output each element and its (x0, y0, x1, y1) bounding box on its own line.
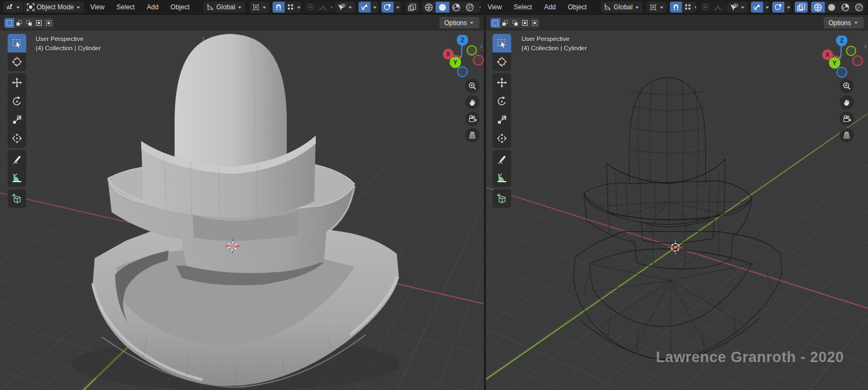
select-mode-subtract[interactable] (510, 18, 520, 28)
viewport-solid[interactable]: Object Mode View Select Add Object Globa… (0, 0, 486, 390)
navigation-gizmo[interactable]: Z X Y (819, 36, 866, 79)
tool-measure[interactable] (8, 168, 26, 187)
tool-scale[interactable] (493, 110, 511, 129)
viewport-header: Object Mode View Select Add Object Globa… (0, 0, 484, 15)
shading-material-button[interactable] (838, 2, 852, 13)
viewport-canvas-wireframe[interactable]: User Perspective (4) Collection | Cylind… (486, 31, 868, 390)
select-mode-intersect[interactable] (530, 18, 540, 28)
gizmo-dropdown[interactable] (763, 2, 769, 13)
editor-type-button[interactable] (3, 2, 23, 13)
chevron-down-icon (329, 5, 334, 9)
axis-neg-z-ball[interactable] (837, 67, 847, 77)
tool-rotate[interactable] (8, 92, 26, 110)
model-wireframe-fountain[interactable] (486, 31, 868, 390)
navigation-gizmo[interactable]: Z X Y (439, 35, 484, 79)
tool-select-box[interactable] (8, 34, 26, 53)
select-mode-extend[interactable] (500, 18, 510, 28)
sidebar-toggle[interactable]: ‹ (863, 42, 868, 51)
perspective-toggle-button[interactable] (840, 128, 854, 142)
snap-toggle-button[interactable] (670, 2, 682, 13)
mode-dropdown[interactable]: Object Mode (24, 2, 84, 13)
xray-toggle-button[interactable] (795, 2, 808, 13)
camera-view-button[interactable] (840, 112, 854, 126)
select-mode-invert[interactable] (34, 18, 44, 28)
gizmo-dropdown[interactable] (371, 2, 378, 13)
proportional-editing-button[interactable] (699, 2, 711, 13)
pan-button[interactable] (840, 95, 854, 109)
menu-object[interactable]: Object (165, 0, 195, 14)
show-overlays-button[interactable] (381, 2, 394, 13)
shading-material-button[interactable] (449, 2, 463, 13)
viewport-canvas-solid[interactable]: User Perspective (4) Collection | Cylind… (0, 31, 484, 390)
proportional-falloff-dropdown[interactable] (316, 2, 334, 13)
menu-add[interactable]: Add (141, 0, 164, 14)
select-mode-intersect[interactable] (44, 18, 54, 28)
tool-move[interactable] (8, 73, 26, 92)
options-dropdown[interactable]: Options (824, 17, 864, 28)
menu-select[interactable]: Select (508, 0, 537, 14)
show-gizmo-button[interactable] (358, 2, 371, 13)
axis-neg-y-ball[interactable] (847, 46, 856, 56)
menu-object[interactable]: Object (563, 0, 593, 14)
shading-dropdown[interactable] (477, 2, 481, 13)
shading-wireframe-button[interactable] (422, 2, 436, 13)
axis-neg-x-ball[interactable] (473, 55, 483, 65)
select-mode-invert[interactable] (520, 18, 530, 28)
tool-shelf (493, 34, 511, 210)
axis-neg-z-ball[interactable] (458, 67, 467, 77)
axis-neg-x-ball[interactable] (853, 56, 863, 66)
overlays-dropdown[interactable] (784, 2, 790, 13)
select-mode-extend[interactable] (14, 18, 24, 28)
tool-transform[interactable] (493, 129, 511, 148)
tool-add-cube[interactable] (493, 189, 511, 208)
tool-cursor[interactable] (493, 53, 511, 71)
select-mode-set[interactable] (4, 18, 14, 28)
show-overlays-button[interactable] (772, 2, 784, 13)
menu-view[interactable]: View (486, 0, 507, 14)
tool-add-cube[interactable] (8, 189, 26, 208)
menu-select[interactable]: Select (111, 0, 140, 14)
pan-button[interactable] (465, 95, 479, 109)
zoom-button[interactable] (840, 79, 854, 93)
tool-cursor[interactable] (8, 53, 26, 71)
tool-rotate[interactable] (493, 92, 511, 110)
menu-view[interactable]: View (85, 0, 110, 14)
tool-annotate[interactable] (8, 150, 26, 168)
overlays-dropdown[interactable] (394, 2, 401, 13)
select-mode-set[interactable] (490, 18, 500, 28)
proportional-editing-button[interactable] (304, 2, 316, 13)
camera-view-button[interactable] (465, 112, 479, 126)
show-gizmo-button[interactable] (751, 2, 763, 13)
shading-rendered-button[interactable] (852, 2, 865, 13)
tool-measure[interactable] (493, 168, 511, 187)
proportional-falloff-dropdown[interactable] (711, 2, 727, 13)
sidebar-toggle[interactable]: ‹ (479, 42, 484, 51)
show-object-types-dropdown[interactable] (335, 2, 355, 13)
shading-solid-button[interactable] (436, 2, 449, 13)
pivot-point-dropdown[interactable] (647, 2, 667, 13)
tool-move[interactable] (493, 73, 511, 92)
transform-orientation-dropdown[interactable]: Global (204, 2, 245, 13)
zoom-button[interactable] (465, 79, 479, 93)
shading-wireframe-button[interactable] (811, 2, 825, 13)
perspective-toggle-button[interactable] (465, 128, 479, 142)
snap-target-dropdown[interactable] (682, 2, 696, 13)
options-dropdown[interactable]: Options (439, 17, 479, 28)
transform-orientation-dropdown[interactable]: Global (601, 2, 643, 13)
select-mode-subtract[interactable] (24, 18, 34, 28)
tool-select-box[interactable] (493, 34, 511, 53)
snap-toggle-button[interactable] (273, 2, 285, 13)
shading-solid-button[interactable] (825, 2, 838, 13)
model-solid-fountain[interactable] (0, 31, 484, 390)
xray-toggle-button[interactable] (406, 2, 419, 13)
tool-transform[interactable] (8, 129, 26, 148)
tool-scale[interactable] (8, 110, 26, 129)
menu-add[interactable]: Add (539, 0, 561, 14)
shading-rendered-button[interactable] (463, 2, 477, 13)
snap-target-dropdown[interactable] (285, 2, 301, 13)
tool-annotate[interactable] (493, 150, 511, 168)
axis-neg-y-ball[interactable] (467, 46, 477, 55)
viewport-wireframe[interactable]: View Select Add Object Global (486, 0, 868, 390)
pivot-point-dropdown[interactable] (250, 2, 269, 13)
show-object-types-dropdown[interactable] (727, 2, 748, 13)
